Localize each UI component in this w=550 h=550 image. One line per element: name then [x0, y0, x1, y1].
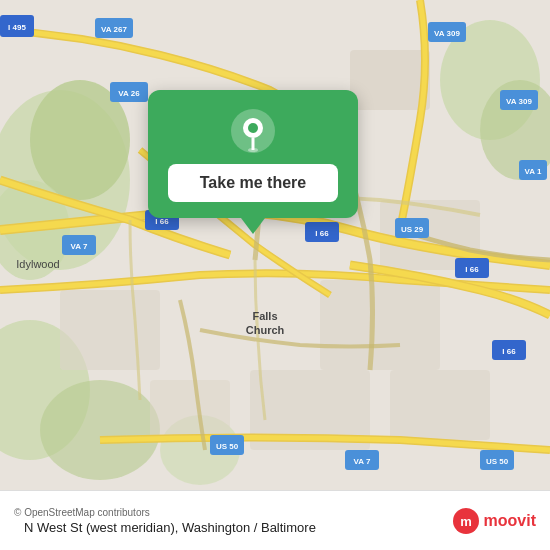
location-popup: Take me there	[148, 90, 358, 218]
svg-text:VA 309: VA 309	[506, 97, 532, 106]
moovit-label: moovit	[484, 512, 536, 530]
svg-text:I 495: I 495	[8, 23, 26, 32]
svg-text:VA 26: VA 26	[118, 89, 140, 98]
svg-text:m: m	[460, 514, 472, 529]
svg-text:I 66: I 66	[465, 265, 479, 274]
map-container: I 495 VA 267 VA 309 VA 309 VA 26 I 66 I …	[0, 0, 550, 490]
location-pin-icon	[230, 108, 276, 154]
svg-text:VA 1: VA 1	[525, 167, 542, 176]
svg-text:VA 267: VA 267	[101, 25, 127, 34]
moovit-icon: m	[452, 507, 480, 535]
location-label: N West St (west meridian), Washington / …	[24, 520, 444, 535]
svg-text:VA 7: VA 7	[354, 457, 371, 466]
take-me-there-button[interactable]: Take me there	[168, 164, 338, 202]
svg-text:I 66: I 66	[315, 229, 329, 238]
svg-text:US 50: US 50	[216, 442, 239, 451]
svg-rect-10	[60, 290, 160, 370]
svg-rect-11	[320, 280, 440, 370]
copyright-text: © OpenStreetMap contributors	[14, 507, 444, 518]
svg-text:Falls: Falls	[252, 310, 277, 322]
moovit-logo: m moovit	[452, 507, 536, 535]
svg-text:Church: Church	[246, 324, 285, 336]
svg-point-52	[248, 148, 258, 152]
svg-rect-9	[350, 50, 430, 110]
svg-text:I 66: I 66	[155, 217, 169, 226]
svg-point-51	[248, 123, 258, 133]
svg-text:US 29: US 29	[401, 225, 424, 234]
svg-point-7	[40, 380, 160, 480]
svg-text:Idylwood: Idylwood	[16, 258, 59, 270]
svg-text:US 50: US 50	[486, 457, 509, 466]
bottom-info-bar: © OpenStreetMap contributors N West St (…	[0, 490, 550, 550]
svg-text:VA 309: VA 309	[434, 29, 460, 38]
map-background: I 495 VA 267 VA 309 VA 309 VA 26 I 66 I …	[0, 0, 550, 490]
svg-text:I 66: I 66	[502, 347, 516, 356]
svg-rect-14	[390, 370, 490, 440]
svg-rect-15	[150, 380, 230, 440]
svg-text:VA 7: VA 7	[71, 242, 88, 251]
